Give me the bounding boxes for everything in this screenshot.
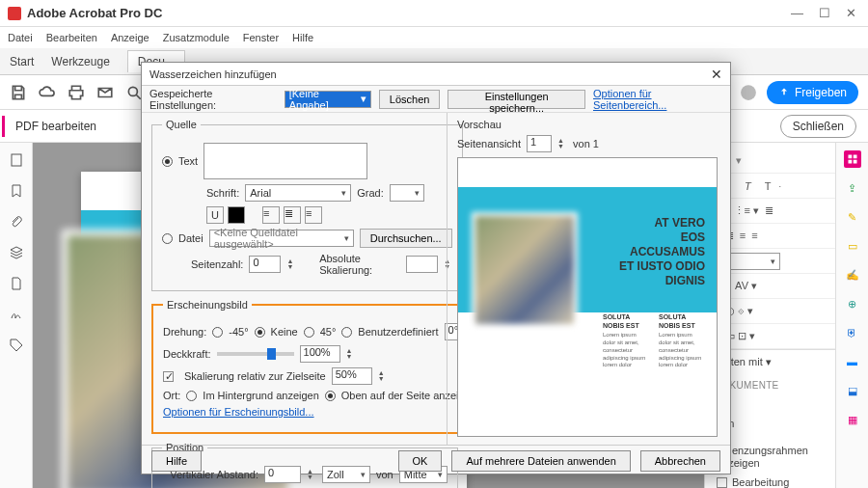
tool-export-icon[interactable]: ⇪ xyxy=(844,179,861,197)
attachment-icon[interactable] xyxy=(9,214,24,230)
radio-none[interactable] xyxy=(255,327,265,338)
rotation-label: Drehung: xyxy=(163,326,206,338)
menu-edit[interactable]: Bearbeiten xyxy=(46,32,97,43)
tab-start[interactable]: Start xyxy=(10,55,34,68)
far-right-rail: ⇪ ✎ ▭ ✍ ⊕ ⛨ ▬ ⬓ ▦ xyxy=(835,143,868,488)
svg-rect-4 xyxy=(12,154,21,166)
page-icon[interactable] xyxy=(9,276,24,291)
tool-sign-icon[interactable]: ✍ xyxy=(844,266,861,284)
absscale-input[interactable] xyxy=(406,256,438,273)
share-button[interactable]: Freigeben xyxy=(767,81,858,104)
preview-box: AT VERO EOS ACCUSAMUS ET IUSTO ODIO DIGN… xyxy=(457,157,718,437)
menu-window[interactable]: Fenster xyxy=(243,32,279,43)
restrict-editing[interactable]: Bearbeitung beschränken xyxy=(717,476,789,488)
appearance-options-link[interactable]: Optionen für Erscheinungsbild... xyxy=(163,406,314,418)
layers-icon[interactable] xyxy=(9,245,24,260)
tag-icon[interactable] xyxy=(9,338,24,353)
saved-settings-label: Gespeicherte Einstellungen: xyxy=(149,88,277,111)
cloud-icon[interactable] xyxy=(39,84,56,101)
align-left-btn[interactable]: ≡ xyxy=(262,206,280,224)
window-close-icon[interactable]: ✕ xyxy=(846,6,856,20)
radio-text[interactable] xyxy=(162,156,173,167)
tool-more-icon[interactable]: ▦ xyxy=(844,411,861,428)
apply-multiple-button[interactable]: Auf mehrere Dateien anwenden xyxy=(451,450,630,472)
radio-ontop[interactable] xyxy=(325,391,336,401)
fieldset-source: Quelle Text Schrift: Arial Grad: U ≡ xyxy=(151,119,463,291)
radio-45[interactable] xyxy=(304,327,314,338)
tool-create-icon[interactable]: ✎ xyxy=(844,208,861,226)
saved-settings-select[interactable]: [Keine Angabe] ▾ xyxy=(285,91,371,108)
preview-legend: Vorschau xyxy=(457,119,720,130)
svg-rect-5 xyxy=(848,155,852,159)
app-logo xyxy=(8,7,21,20)
appearance-legend: Erscheinungsbild xyxy=(163,299,252,311)
location-label: Ort: xyxy=(163,390,180,401)
radio-file[interactable] xyxy=(162,233,173,244)
window-max-icon[interactable]: ☐ xyxy=(819,6,830,20)
vert-input[interactable]: 0 xyxy=(264,466,301,483)
radio-custom[interactable] xyxy=(341,327,352,338)
menu-plugins[interactable]: Zusatzmodule xyxy=(163,32,230,43)
size-label: Grad: xyxy=(357,187,384,199)
dialog-close-icon[interactable]: ✕ xyxy=(711,67,722,82)
delete-button[interactable]: Löschen xyxy=(379,90,441,109)
fieldset-appearance: Erscheinungsbild Drehung: -45° Keine 45°… xyxy=(151,299,497,434)
scale-relative-label: Skalierung relativ zur Zielseite xyxy=(184,370,326,382)
bookmark-icon[interactable] xyxy=(9,183,24,199)
save-settings-button[interactable]: Einstellungen speichern... xyxy=(448,90,585,109)
tool-organize-icon[interactable] xyxy=(844,150,861,168)
page-thumb-icon[interactable] xyxy=(9,152,24,168)
radio-text-label: Text xyxy=(178,155,198,167)
pageview-of: von 1 xyxy=(573,138,599,149)
opacity-label: Deckkraft: xyxy=(163,348,211,360)
window-min-icon[interactable]: — xyxy=(791,6,803,20)
vert-unit-select[interactable]: Zoll xyxy=(322,466,370,483)
menu-view[interactable]: Anzeige xyxy=(111,32,149,43)
menu-file[interactable]: Datei xyxy=(8,32,33,43)
tool-optimize-icon[interactable]: ⬓ xyxy=(844,382,861,399)
scale-relative-check[interactable]: ✓ xyxy=(163,371,174,382)
pagenum-input[interactable]: 0 xyxy=(249,256,281,273)
file-path-field[interactable]: <Keine Quelldatei ausgewählt> xyxy=(209,230,354,247)
dialog-title: Wasserzeichen hinzufügen xyxy=(149,68,277,80)
opacity-input[interactable]: 100% xyxy=(300,345,340,363)
svg-point-3 xyxy=(741,85,756,100)
signature-icon[interactable] xyxy=(9,307,24,322)
menu-help[interactable]: Hilfe xyxy=(292,32,313,43)
tool-combine-icon[interactable]: ⊕ xyxy=(844,295,861,312)
ok-button[interactable]: OK xyxy=(398,450,443,472)
scale-relative-input[interactable]: 50% xyxy=(332,367,372,385)
browse-button[interactable]: Durchsuchen... xyxy=(360,229,452,248)
font-select[interactable]: Arial xyxy=(245,184,351,202)
tool-context-label: PDF bearbeiten xyxy=(12,120,96,133)
share-label: Freigeben xyxy=(795,86,847,99)
tool-comment-icon[interactable]: ▭ xyxy=(844,237,861,255)
opacity-slider[interactable] xyxy=(217,352,294,356)
text-color-swatch[interactable] xyxy=(228,206,245,224)
radio-neg45[interactable] xyxy=(212,327,223,338)
tool-protect-icon[interactable]: ⛨ xyxy=(844,324,861,341)
underline-btn[interactable]: U xyxy=(206,206,224,224)
cancel-button[interactable]: Abbrechen xyxy=(640,450,720,472)
svg-rect-7 xyxy=(848,160,852,164)
tool-redact-icon[interactable]: ▬ xyxy=(844,353,861,370)
align-right-btn[interactable]: ≡ xyxy=(305,206,322,224)
svg-rect-8 xyxy=(853,160,856,164)
close-tool-button[interactable]: Schließen xyxy=(780,115,856,138)
tab-tools[interactable]: Werkzeuge xyxy=(51,55,109,68)
print-icon[interactable] xyxy=(68,84,85,101)
font-label: Schrift: xyxy=(206,187,239,199)
pageview-input[interactable]: 1 xyxy=(527,135,552,152)
pageview-label: Seitenansicht xyxy=(457,138,521,149)
mail-icon[interactable] xyxy=(96,84,114,101)
help-button[interactable]: Hilfe xyxy=(151,450,202,472)
svg-point-0 xyxy=(128,87,137,95)
avatar-icon[interactable] xyxy=(740,84,757,101)
save-icon[interactable] xyxy=(10,84,27,101)
watermark-text-input[interactable] xyxy=(203,143,367,179)
size-select[interactable] xyxy=(390,184,424,202)
watermark-dialog: Wasserzeichen hinzufügen ✕ Gespeicherte … xyxy=(141,62,731,474)
align-center-btn[interactable]: ≣ xyxy=(284,206,301,224)
radio-behind[interactable] xyxy=(186,391,197,401)
page-range-link[interactable]: Optionen für Seitenbereich... xyxy=(593,88,722,111)
